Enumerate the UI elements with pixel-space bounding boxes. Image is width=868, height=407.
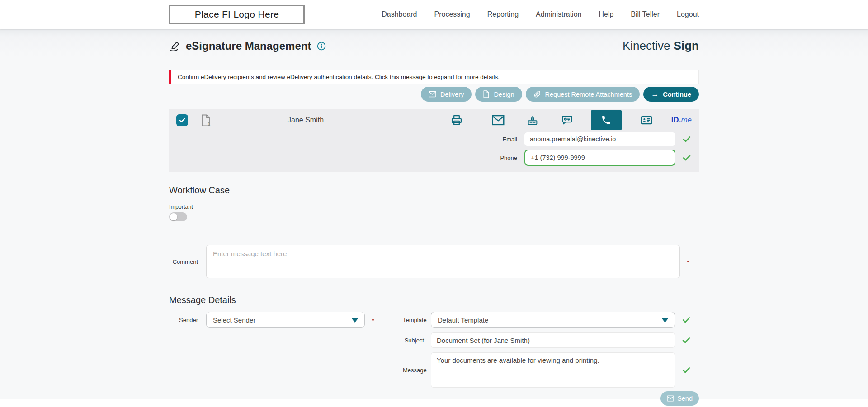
fi-logo-placeholder: Place FI Logo Here — [169, 5, 305, 24]
nav-logout[interactable]: Logout — [677, 10, 699, 19]
brand-product: Sign — [674, 39, 699, 52]
chevron-down-icon — [352, 318, 358, 323]
id-card-method-icon[interactable] — [640, 114, 653, 126]
send-label: Send — [677, 395, 693, 402]
info-icon[interactable] — [317, 42, 326, 51]
toggle-knob — [170, 213, 177, 220]
envelope-icon — [667, 395, 674, 402]
delivery-button[interactable]: Delivery — [421, 87, 472, 102]
continue-button[interactable]: → Continue — [643, 87, 699, 102]
kinective-sign-brand: Kinective Sign — [623, 39, 699, 53]
nav-administration[interactable]: Administration — [536, 10, 581, 19]
delivery-method-icons: ID.me — [450, 110, 692, 130]
sender-select[interactable]: Select Sender — [206, 312, 365, 328]
continue-label: Continue — [663, 91, 691, 98]
fi-logo-text: Place FI Logo Here — [195, 9, 279, 20]
recipient-name: Jane Smith — [288, 116, 324, 124]
chevron-down-icon — [662, 318, 668, 323]
edelivery-alert-banner[interactable]: Confirm eDelivery recipients and review … — [169, 70, 699, 84]
phone-label: Phone — [500, 154, 517, 161]
signature-pen-icon — [169, 40, 181, 52]
template-select[interactable]: Default Template — [431, 312, 675, 328]
template-select-value: Default Template — [438, 316, 488, 324]
subject-label: Subject — [403, 337, 431, 344]
idme-prefix: ID. — [671, 116, 681, 124]
subject-valid-check-icon — [681, 335, 691, 345]
envelope-icon — [429, 91, 436, 98]
main-nav: Dashboard Processing Reporting Administr… — [382, 10, 699, 19]
document-icon — [483, 90, 490, 98]
comment-textarea[interactable] — [206, 245, 680, 278]
nav-processing[interactable]: Processing — [434, 10, 470, 19]
design-button[interactable]: Design — [475, 87, 522, 102]
important-label: Important — [169, 204, 699, 210]
recipient-card: 1 Jane Smith — [169, 109, 699, 172]
alert-text: Confirm eDelivery recipients and review … — [178, 74, 500, 80]
title-row: eSignature Management Kinective Sign — [169, 39, 699, 53]
action-buttons-row: Delivery Design Request Remote Attach — [169, 87, 699, 102]
print-icon[interactable] — [450, 114, 463, 126]
message-details-heading: Message Details — [169, 295, 699, 305]
template-label: Template — [403, 317, 431, 323]
paperclip-icon — [533, 90, 541, 98]
request-remote-attachments-button[interactable]: Request Remote Attachments — [526, 87, 640, 102]
nav-help[interactable]: Help — [599, 10, 613, 19]
design-label: Design — [494, 91, 514, 98]
important-toggle[interactable] — [169, 212, 187, 221]
message-textarea[interactable]: Your documents are available for viewing… — [431, 352, 675, 388]
password-method-icon[interactable] — [526, 114, 539, 126]
document-count: 1 — [208, 122, 210, 126]
brand-name: Kinective — [623, 39, 674, 52]
recipient-checkbox[interactable] — [176, 114, 188, 126]
email-input[interactable] — [524, 132, 675, 146]
nav-dashboard[interactable]: Dashboard — [382, 10, 417, 19]
delivery-label: Delivery — [440, 91, 464, 98]
subject-input[interactable] — [431, 332, 675, 348]
phone-input[interactable] — [524, 150, 675, 166]
top-header: Place FI Logo Here Dashboard Processing … — [0, 0, 868, 29]
sender-required-dot — [372, 319, 374, 321]
comment-label: Comment — [169, 258, 206, 265]
page-title: eSignature Management — [186, 40, 311, 52]
phone-method-icon[interactable] — [591, 110, 622, 130]
email-method-icon[interactable] — [491, 115, 505, 126]
template-valid-check-icon — [681, 315, 691, 325]
sender-select-value: Select Sender — [213, 316, 255, 324]
comment-required-dot — [687, 261, 689, 262]
content-area: eSignature Management Kinective Sign Con… — [0, 29, 868, 399]
document-count-icon[interactable]: 1 — [201, 114, 211, 126]
nav-bill-teller[interactable]: Bill Teller — [631, 10, 660, 19]
idme-method-icon[interactable]: ID.me — [671, 116, 692, 125]
idme-suffix: me — [681, 116, 692, 124]
email-label: Email — [502, 136, 517, 143]
request-remote-attachments-label: Request Remote Attachments — [545, 91, 632, 98]
sms-passcode-method-icon[interactable] — [560, 114, 574, 126]
arrow-right-icon: → — [651, 90, 659, 98]
nav-reporting[interactable]: Reporting — [487, 10, 519, 19]
message-valid-check-icon — [681, 365, 691, 375]
email-valid-check-icon — [682, 134, 692, 144]
workflow-case-heading: Workflow Case — [169, 185, 699, 196]
phone-valid-check-icon — [682, 153, 692, 163]
message-label: Message — [403, 367, 431, 374]
send-button[interactable]: Send — [660, 391, 699, 406]
sender-label: Sender — [169, 317, 206, 323]
